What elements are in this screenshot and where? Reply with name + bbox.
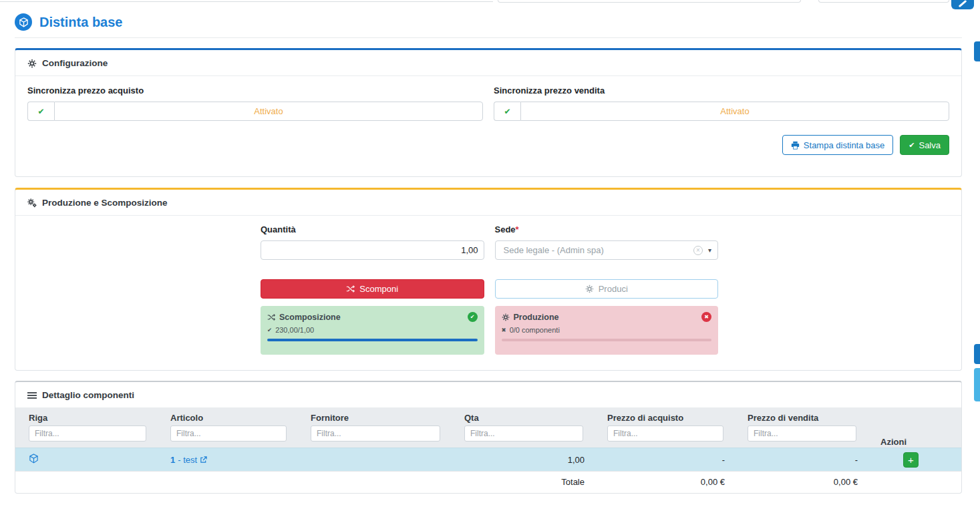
fornitore-cell bbox=[297, 448, 451, 472]
shuffle-icon bbox=[267, 313, 275, 321]
cutoff-side-button-top[interactable] bbox=[974, 41, 980, 61]
configuration-panel: Configurazione Sincronizza prezzo acquis… bbox=[15, 48, 962, 177]
produce-button[interactable]: Produci bbox=[495, 279, 719, 299]
filter-qta-input[interactable] bbox=[464, 425, 583, 442]
table-header-row: Riga Articolo Fornitore Qta Prezzo di ac… bbox=[15, 408, 961, 423]
sync-sale-toggle-check[interactable]: ✔ bbox=[494, 102, 520, 121]
decompose-label: Scomponi bbox=[359, 284, 398, 294]
production-panel-header: Produzione e Scomposizione bbox=[15, 190, 961, 216]
check-icon: ✔ bbox=[909, 141, 915, 150]
sync-sale-price-value[interactable]: Attivato bbox=[520, 102, 949, 121]
filter-articolo-input[interactable] bbox=[170, 425, 287, 442]
produce-label: Produci bbox=[599, 284, 628, 294]
column-header-azioni: Azioni bbox=[867, 408, 961, 448]
save-button[interactable]: ✔ Salva bbox=[900, 135, 949, 155]
add-component-button[interactable]: + bbox=[903, 452, 919, 468]
panel-title: Configurazione bbox=[42, 58, 108, 68]
cross-circle-icon: ✖ bbox=[701, 312, 711, 322]
cutoff-panel-edge-middle bbox=[498, 0, 801, 3]
production-panel: Produzione e Scomposizione Quantità Scom… bbox=[15, 188, 962, 371]
sede-selected-value: Sede legale - (Admin spa) bbox=[504, 245, 693, 255]
article-name: - test bbox=[178, 455, 197, 465]
required-asterisk: * bbox=[516, 224, 519, 234]
quantity-label: Quantità bbox=[261, 224, 484, 234]
article-ref: 1 bbox=[170, 455, 175, 465]
filter-prezzo-acquisto-input[interactable] bbox=[607, 425, 723, 442]
cutoff-panel-edge-right bbox=[818, 0, 949, 3]
list-icon bbox=[27, 391, 37, 400]
printer-icon bbox=[791, 141, 800, 150]
riga-cell bbox=[15, 448, 157, 472]
page-title: Distinta base bbox=[39, 15, 122, 30]
sync-purchase-price-field: Sincronizza prezzo acquisto ✔ Attivato bbox=[27, 85, 483, 121]
quantity-input[interactable] bbox=[261, 240, 484, 260]
scomposizione-progress bbox=[267, 339, 478, 341]
gear-icon bbox=[502, 313, 510, 321]
page-header: Distinta base bbox=[15, 7, 962, 38]
print-bom-label: Stampa distinta base bbox=[804, 140, 884, 150]
sync-purchase-toggle-check[interactable]: ✔ bbox=[27, 102, 54, 121]
sede-label: Sede* bbox=[495, 224, 719, 234]
totals-prezzo-acquisto: 0,00 € bbox=[594, 472, 734, 494]
column-header-qta: Qta bbox=[451, 408, 594, 423]
prezzo-acquisto-cell: - bbox=[594, 448, 734, 472]
azioni-cell: + bbox=[867, 448, 961, 472]
clear-icon[interactable]: × bbox=[693, 246, 703, 255]
gear-icon bbox=[27, 59, 37, 68]
prezzo-vendita-cell: - bbox=[734, 448, 867, 472]
bom-module-icon bbox=[15, 13, 32, 31]
check-circle-icon: ✔ bbox=[468, 312, 478, 322]
check-icon: ✔ bbox=[37, 107, 44, 116]
save-label: Salva bbox=[919, 140, 941, 150]
filter-prezzo-vendita-input[interactable] bbox=[748, 425, 856, 442]
print-bom-button[interactable]: Stampa distinta base bbox=[782, 135, 893, 155]
totals-prezzo-vendita: 0,00 € bbox=[734, 472, 867, 494]
column-header-fornitore: Fornitore bbox=[297, 408, 451, 423]
column-header-prezzo-vendita: Prezzo di vendita bbox=[734, 408, 867, 423]
decompose-button[interactable]: Scomponi bbox=[261, 279, 484, 299]
decompose-column: Quantità Scomponi Scomposizione ✔ ✔ 230,… bbox=[261, 224, 484, 355]
table-filter-row bbox=[15, 423, 961, 448]
components-panel-header: Dettaglio componenti bbox=[15, 382, 961, 408]
scomposizione-status: 230,00/1,00 bbox=[275, 326, 314, 334]
external-link-icon bbox=[200, 456, 207, 464]
produzione-card: Produzione ✖ ✖ 0/0 componenti bbox=[495, 306, 719, 355]
check-icon: ✔ bbox=[504, 107, 510, 116]
gear-icon bbox=[585, 285, 594, 293]
scomposizione-card: Scomposizione ✔ ✔ 230,00/1,00 bbox=[261, 306, 484, 355]
cross-icon: ✖ bbox=[502, 327, 506, 333]
components-panel: Dettaglio componenti Riga Articolo Forni… bbox=[15, 381, 962, 494]
filter-fornitore-input[interactable] bbox=[311, 425, 440, 442]
filter-riga-input[interactable] bbox=[29, 425, 146, 442]
scomposizione-card-title: Scomposizione bbox=[279, 313, 341, 322]
cutoff-side-button-middle[interactable] bbox=[974, 344, 980, 364]
produzione-progress bbox=[502, 339, 712, 341]
table-row: 1 - test 1,00 - - + bbox=[15, 448, 961, 472]
article-link[interactable]: 1 - test bbox=[170, 455, 207, 465]
configuration-panel-header: Configurazione bbox=[15, 50, 961, 76]
cogs-icon bbox=[27, 198, 37, 208]
shuffle-icon bbox=[346, 285, 355, 293]
cutoff-side-button-bottom[interactable] bbox=[974, 368, 980, 401]
totals-row: Totale 0,00 € 0,00 € bbox=[15, 472, 961, 494]
produce-column: Sede* Sede legale - (Admin spa) × ▾ Prod… bbox=[495, 224, 719, 355]
column-header-prezzo-acquisto: Prezzo di acquisto bbox=[594, 408, 734, 423]
components-table: Riga Articolo Fornitore Qta Prezzo di ac… bbox=[15, 408, 961, 493]
panel-title: Dettaglio componenti bbox=[42, 390, 134, 400]
totals-label: Totale bbox=[451, 472, 594, 494]
sync-purchase-price-label: Sincronizza prezzo acquisto bbox=[27, 85, 483, 96]
articolo-cell: 1 - test bbox=[157, 448, 297, 472]
cutoff-panel-edge-left bbox=[0, 0, 493, 2]
sync-purchase-price-value[interactable]: Attivato bbox=[54, 102, 483, 121]
column-header-articolo: Articolo bbox=[157, 408, 297, 423]
produzione-card-title: Produzione bbox=[514, 313, 559, 322]
check-icon: ✔ bbox=[267, 327, 272, 333]
cube-icon bbox=[29, 454, 39, 464]
sync-sale-price-label: Sincronizza prezzo vendita bbox=[494, 85, 949, 96]
column-header-riga: Riga bbox=[15, 408, 157, 423]
produzione-status: 0/0 componenti bbox=[510, 326, 560, 334]
qta-cell: 1,00 bbox=[451, 448, 594, 472]
sede-select[interactable]: Sede legale - (Admin spa) × ▾ bbox=[495, 240, 719, 260]
chevron-down-icon: ▾ bbox=[708, 246, 711, 254]
plus-icon: + bbox=[908, 455, 914, 465]
